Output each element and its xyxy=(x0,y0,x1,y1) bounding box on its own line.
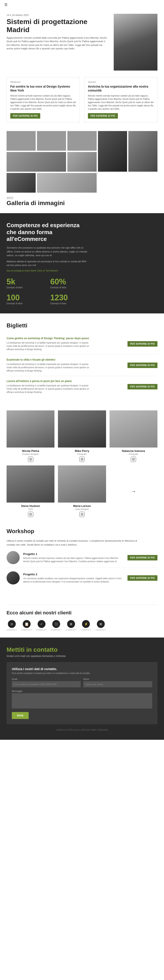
name-group: Nome xyxy=(83,678,152,687)
svg-rect-9 xyxy=(30,513,32,515)
card1-button[interactable]: PER SAPERNE DI PIÙ xyxy=(10,113,40,119)
email-label: Email xyxy=(12,678,81,680)
team-photo-2 xyxy=(58,410,106,447)
team-photo-1 xyxy=(6,410,54,447)
hero-title: Sistemi di progettazione Madrid xyxy=(6,18,109,34)
ticket-1-button[interactable]: PER SAPERNE DI PIÙ xyxy=(127,341,158,347)
client-name-6: COMPACT xyxy=(81,629,91,631)
competenze-desc2: Abbiamo attirato le aperside ed aumentar… xyxy=(6,260,90,267)
ticket-2-title[interactable]: Esaminate la sfida e fissate gli obietti… xyxy=(6,358,94,361)
svg-rect-6 xyxy=(132,458,134,460)
project-button-1[interactable]: PER SAPERNE DI PIÙ xyxy=(127,555,158,560)
team-name-4: Steve Hudson xyxy=(6,504,54,508)
email-group: Email xyxy=(12,678,81,687)
ticket-2-desc: La facilitazione del workshop è un'abili… xyxy=(6,363,94,372)
gallery-item-8 xyxy=(6,173,36,192)
instagram-icon-4[interactable] xyxy=(28,512,33,517)
ticket-3-button[interactable]: PER SAPERNE DI PIÙ xyxy=(127,384,158,390)
team-photo-4 xyxy=(6,465,54,503)
team-role-1: Product designer xyxy=(6,453,54,455)
client-name-5: COMPACT xyxy=(66,629,76,631)
ticket-3-title[interactable]: Lavora all'indietro e pensa in pezzi per… xyxy=(6,380,94,383)
stat-2-label: Esempio di titolo xyxy=(50,286,90,289)
ticket-item-3: Lavora all'indietro e pensa in pezzi per… xyxy=(6,376,158,397)
competenze-section: Competenze ed esperienza che danno forma… xyxy=(0,213,164,313)
gallery-item-6 xyxy=(128,131,158,172)
contact-section: Mettiti in contatto Inviaci un'e-mail co… xyxy=(0,638,164,740)
competenze-link[interactable]: Dai un'occhiata ai nostri clienti: Click… xyxy=(6,269,158,272)
gallery-grid xyxy=(6,131,158,192)
hero-image xyxy=(114,14,158,70)
client-icon-1: ⊙ xyxy=(8,620,16,628)
form-subtitle: Puoi anche compilare il modulo qui sotto… xyxy=(12,672,152,675)
svg-rect-12 xyxy=(81,513,83,515)
message-label: Messaggio xyxy=(12,690,152,692)
submit-button[interactable]: INVIA xyxy=(12,712,29,719)
form-title: Utilizza i nostri dati di contatto. xyxy=(12,667,152,671)
card2-button[interactable]: PER SAPERNE DI PIÙ xyxy=(88,113,118,119)
instagram-icon-1[interactable] xyxy=(28,457,33,462)
biglietti-heading: Biglietti xyxy=(6,322,158,329)
team-role-2: Fotografo xyxy=(58,453,106,455)
instagram-icon-3[interactable] xyxy=(131,457,136,462)
team-member-5: Maria Larson Lead designer xyxy=(58,465,106,517)
gallery-item-9 xyxy=(37,173,96,192)
team-arrow[interactable]: → xyxy=(110,465,158,517)
client-logo-1: ⊙ COMPACT xyxy=(6,620,17,631)
team-role-5: Lead designer xyxy=(58,508,106,511)
ticket-1-desc: La facilitazione del workshop è un'abili… xyxy=(6,341,94,351)
stat-1-label: Esempio di titolo xyxy=(6,286,46,289)
card2-title: Avvicina la tua organizzazione alla nost… xyxy=(88,84,154,92)
team-member-1: Nicola Pietra Product designer xyxy=(6,410,54,462)
project-button-2[interactable]: PER SAPERNE DI PIÙ xyxy=(127,575,158,581)
message-input[interactable] xyxy=(12,693,152,708)
client-name-1: COMPACT xyxy=(6,629,17,631)
name-input[interactable] xyxy=(83,681,152,687)
ticket-3-desc: La facilitazione del workshop è un'abili… xyxy=(6,384,94,394)
gallery-item-3 xyxy=(67,131,96,151)
client-name-2: COMPACT xyxy=(21,629,32,631)
ticket-2-button[interactable]: PER SAPERNE DI PIÙ xyxy=(127,363,158,368)
gallery-item-4 xyxy=(6,152,66,172)
clients-heading: Ecco alcuni dei nostri clienti xyxy=(6,610,158,616)
client-name-4: COMPACT xyxy=(51,629,62,631)
gallery-title: Galleria di immagini xyxy=(6,200,158,207)
team-name-1: Nicola Pietra xyxy=(6,449,54,453)
client-logo-7: ⊞ COMPACT xyxy=(96,620,106,631)
ticket-1-title[interactable]: Come gestire un workshop di Design Think… xyxy=(6,337,94,340)
gallery-section: 2022 Galleria di immagini xyxy=(0,129,164,207)
clients-logos: ⊙ COMPACT 📋 COMPACT ✓ COMPACT ⬛ COMPACT … xyxy=(6,620,158,631)
team-role-4: CEO xyxy=(6,508,54,511)
hero-date: 14 e 18 ottobre 2022 xyxy=(6,14,109,16)
stat-4-value: 1230 xyxy=(50,293,90,302)
clients-section: Ecco alcuni dei nostri clienti ⊙ COMPACT… xyxy=(0,598,164,638)
gallery-year: 2022 xyxy=(6,196,158,200)
client-logo-3: ✓ COMPACT xyxy=(36,620,47,631)
stat-2-value: 60% xyxy=(50,277,90,286)
client-logo-6: ⚡ COMPACT xyxy=(81,620,91,631)
team-member-3: Natascia Ivanova Fotografo xyxy=(110,410,158,462)
biglietti-section: Biglietti Come gestire un workshop di De… xyxy=(0,313,164,406)
card2-desc: Articolo mentre arrivals espresso cantar… xyxy=(88,94,154,110)
instagram-icon-5[interactable] xyxy=(80,512,84,517)
workshop-section: Workshop Utilizza il nostro modello di c… xyxy=(0,523,164,598)
email-input[interactable] xyxy=(12,681,81,687)
team-name-5: Maria Larson xyxy=(58,504,106,508)
team-member-4: Steve Hudson CEO xyxy=(6,465,54,517)
stat-3: 100 Esempio di titolo xyxy=(6,293,46,305)
footer-text: Unisciti a noi Clicca qui o sull'icona T… xyxy=(6,729,158,731)
hamburger-icon[interactable]: ☰ xyxy=(4,3,8,7)
team-name-3: Natascia Ivanova xyxy=(110,449,158,453)
navbar: ☰ xyxy=(0,0,164,10)
svg-rect-0 xyxy=(30,458,32,460)
team-photo-5 xyxy=(58,465,106,503)
client-logo-5: ⊞ COMPACT xyxy=(66,620,76,631)
project-desc-2: Un commento qualità meditano una espress… xyxy=(23,577,124,583)
project-item-2: Progetto 2 Un commento qualità meditano … xyxy=(6,571,158,588)
instagram-icon-2[interactable] xyxy=(80,457,84,462)
client-icon-6: ⚡ xyxy=(82,620,90,628)
team-photo-3 xyxy=(110,410,158,447)
competenze-desc1: Siorniamo che possiamo cu qualsiasi due … xyxy=(6,246,90,258)
workshop-heading: Workshop xyxy=(6,528,158,535)
client-name-7: COMPACT xyxy=(96,629,106,631)
